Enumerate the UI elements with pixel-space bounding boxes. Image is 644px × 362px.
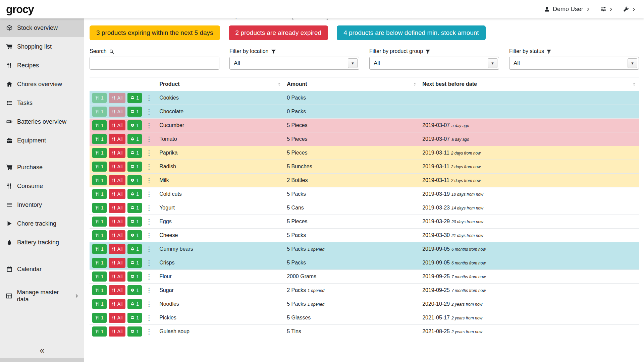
open-one-button[interactable]: 1 bbox=[127, 120, 142, 130]
consume-one-button[interactable]: 1 bbox=[92, 230, 107, 240]
consume-all-button[interactable]: All bbox=[109, 272, 126, 282]
sidebar-item-recipes[interactable]: Recipes bbox=[0, 56, 84, 75]
sidebar-item-battery-tracking[interactable]: Battery tracking bbox=[0, 233, 84, 252]
open-one-button[interactable]: 1 bbox=[127, 244, 142, 254]
consume-all-button[interactable]: All bbox=[109, 285, 126, 295]
sidebar-item-inventory[interactable]: Inventory bbox=[0, 195, 84, 214]
open-one-button[interactable]: 1 bbox=[127, 134, 142, 144]
sidebar-item-stock-overview[interactable]: Stock overview bbox=[0, 18, 84, 37]
consume-all-button[interactable]: All bbox=[109, 258, 126, 268]
row-menu-button[interactable]: ⋮ bbox=[144, 191, 154, 197]
consume-one-button[interactable]: 1 bbox=[92, 93, 107, 103]
row-menu-button[interactable]: ⋮ bbox=[144, 246, 154, 252]
sidebar-item-batteries-overview[interactable]: Batteries overview bbox=[0, 112, 84, 131]
sidebar-item-shopping-list[interactable]: Shopping list bbox=[0, 37, 84, 56]
consume-one-button[interactable]: 1 bbox=[92, 285, 107, 295]
open-one-button[interactable]: 1 bbox=[127, 285, 142, 295]
consume-all-button[interactable]: All bbox=[109, 313, 126, 323]
consume-one-button[interactable]: 1 bbox=[92, 217, 107, 227]
user-menu[interactable]: Demo User bbox=[544, 6, 590, 13]
consume-all-button[interactable]: All bbox=[109, 134, 126, 144]
consume-one-button[interactable]: 1 bbox=[92, 258, 107, 268]
sort-icon[interactable] bbox=[277, 82, 281, 86]
consume-one-button[interactable]: 1 bbox=[92, 148, 107, 158]
consume-one-button[interactable]: 1 bbox=[92, 189, 107, 199]
open-one-button[interactable]: 1 bbox=[127, 313, 142, 323]
search-input[interactable] bbox=[90, 57, 219, 70]
consume-all-button[interactable]: All bbox=[109, 203, 126, 213]
consume-all-button[interactable]: All bbox=[109, 93, 126, 103]
consume-one-button[interactable]: 1 bbox=[92, 313, 107, 323]
consume-all-button[interactable]: All bbox=[109, 175, 126, 185]
consume-all-button[interactable]: All bbox=[109, 299, 126, 309]
open-one-button[interactable]: 1 bbox=[127, 203, 142, 213]
open-one-button[interactable]: 1 bbox=[127, 326, 142, 337]
open-one-button[interactable]: 1 bbox=[127, 107, 142, 117]
row-menu-button[interactable]: ⋮ bbox=[144, 287, 154, 294]
sidebar-item-chores-overview[interactable]: Chores overview bbox=[0, 75, 84, 94]
row-menu-button[interactable]: ⋮ bbox=[144, 149, 154, 156]
open-one-button[interactable]: 1 bbox=[127, 217, 142, 227]
consume-all-button[interactable]: All bbox=[109, 230, 126, 240]
open-one-button[interactable]: 1 bbox=[127, 272, 142, 282]
row-menu-button[interactable]: ⋮ bbox=[144, 177, 154, 184]
row-menu-button[interactable]: ⋮ bbox=[144, 108, 154, 115]
consume-all-button[interactable]: All bbox=[109, 244, 126, 254]
product-group-filter-select[interactable]: All bbox=[369, 57, 499, 70]
sort-icon[interactable] bbox=[632, 82, 636, 86]
alert-below-min-stock[interactable]: 4 products are below defined min. stock … bbox=[337, 25, 485, 40]
consume-all-button[interactable]: All bbox=[109, 326, 126, 337]
row-menu-button[interactable]: ⋮ bbox=[144, 95, 154, 101]
consume-one-button[interactable]: 1 bbox=[92, 107, 107, 117]
admin-menu[interactable] bbox=[623, 6, 636, 12]
row-menu-button[interactable]: ⋮ bbox=[144, 273, 154, 280]
row-menu-button[interactable]: ⋮ bbox=[144, 259, 154, 266]
consume-all-button[interactable]: All bbox=[109, 189, 126, 199]
app-logo[interactable]: grocy bbox=[6, 3, 34, 16]
sidebar-item-equipment[interactable]: Equipment bbox=[0, 131, 84, 150]
sidebar-item-purchase[interactable]: Purchase bbox=[0, 158, 84, 177]
consume-one-button[interactable]: 1 bbox=[92, 162, 107, 172]
sidebar-collapse-button[interactable]: « bbox=[0, 343, 84, 358]
open-one-button[interactable]: 1 bbox=[127, 299, 142, 309]
open-one-button[interactable]: 1 bbox=[127, 230, 142, 240]
consume-one-button[interactable]: 1 bbox=[92, 299, 107, 309]
row-menu-button[interactable]: ⋮ bbox=[144, 328, 154, 335]
settings-menu[interactable] bbox=[600, 6, 613, 12]
sidebar-item-consume[interactable]: Consume bbox=[0, 177, 84, 195]
open-one-button[interactable]: 1 bbox=[127, 148, 142, 158]
row-menu-button[interactable]: ⋮ bbox=[144, 314, 154, 321]
consume-all-button[interactable]: All bbox=[109, 107, 126, 117]
sidebar-item-tasks[interactable]: Tasks bbox=[0, 94, 84, 112]
sidebar-item-manage-master-data[interactable]: Manage master data bbox=[0, 287, 84, 305]
column-header-next-best-before-date[interactable]: Next best before date bbox=[420, 77, 639, 91]
sidebar-item-calendar[interactable]: Calendar bbox=[0, 260, 84, 279]
row-menu-button[interactable]: ⋮ bbox=[144, 163, 154, 170]
open-one-button[interactable]: 1 bbox=[127, 258, 142, 268]
sort-icon[interactable] bbox=[413, 82, 417, 86]
alert-expiring[interactable]: 3 products expiring within the next 5 da… bbox=[90, 25, 220, 40]
consume-one-button[interactable]: 1 bbox=[92, 326, 107, 337]
row-menu-button[interactable]: ⋮ bbox=[144, 136, 154, 142]
consume-one-button[interactable]: 1 bbox=[92, 134, 107, 144]
consume-one-button[interactable]: 1 bbox=[92, 175, 107, 185]
open-one-button[interactable]: 1 bbox=[127, 162, 142, 172]
status-filter-select[interactable]: All bbox=[509, 57, 639, 70]
row-menu-button[interactable]: ⋮ bbox=[144, 232, 154, 239]
consume-all-button[interactable]: All bbox=[109, 217, 126, 227]
sidebar-item-chore-tracking[interactable]: Chore tracking bbox=[0, 214, 84, 233]
consume-one-button[interactable]: 1 bbox=[92, 272, 107, 282]
consume-all-button[interactable]: All bbox=[109, 162, 126, 172]
consume-one-button[interactable]: 1 bbox=[92, 120, 107, 130]
row-menu-button[interactable]: ⋮ bbox=[144, 122, 154, 129]
open-one-button[interactable]: 1 bbox=[127, 93, 142, 103]
row-menu-button[interactable]: ⋮ bbox=[144, 301, 154, 307]
consume-all-button[interactable]: All bbox=[109, 148, 126, 158]
row-menu-button[interactable]: ⋮ bbox=[144, 204, 154, 211]
location-filter-select[interactable]: All bbox=[229, 57, 359, 70]
consume-all-button[interactable]: All bbox=[109, 120, 126, 130]
consume-one-button[interactable]: 1 bbox=[92, 203, 107, 213]
alert-expired[interactable]: 2 products are already expired bbox=[229, 25, 328, 40]
column-header-product[interactable]: Product bbox=[157, 77, 284, 91]
open-one-button[interactable]: 1 bbox=[127, 175, 142, 185]
